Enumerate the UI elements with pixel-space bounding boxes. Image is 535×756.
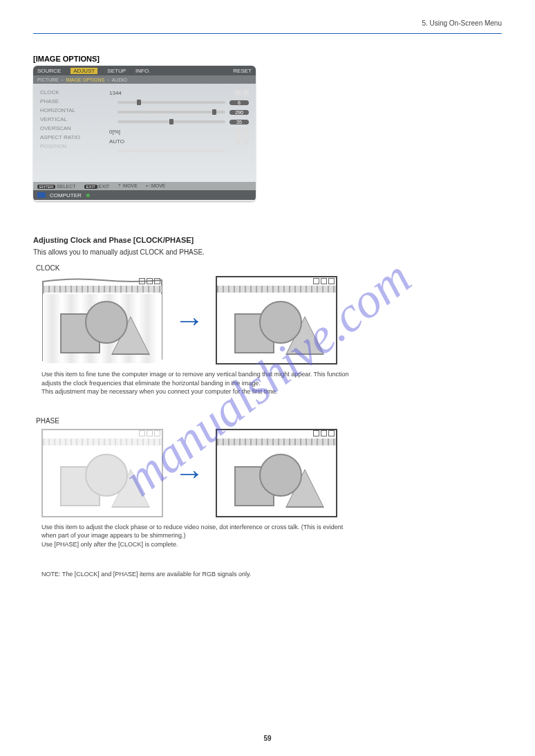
- label-horizontal: HORIZONTAL: [40, 107, 109, 113]
- slider-position: [118, 149, 225, 152]
- subtab-picture: PICTURE: [37, 77, 59, 82]
- move-horizontal: ⇠:MOVE: [146, 183, 166, 189]
- arrow-right-icon: →: [174, 458, 205, 488]
- clock-desc-1: Use this item to fine tune the computer …: [41, 370, 502, 379]
- arrow-right-icon: →: [174, 305, 205, 335]
- subtab-sep: •: [107, 77, 109, 82]
- stepper-right-icon: [243, 129, 249, 134]
- breadcrumb: 5. Using On-Screen Menu: [422, 19, 502, 27]
- clock-label: CLOCK: [36, 264, 502, 272]
- subtab-sep: •: [62, 77, 63, 82]
- value-clock: 1344: [109, 90, 130, 96]
- label-clock: CLOCK: [40, 89, 109, 95]
- exit-chip: EXIT: [84, 185, 97, 189]
- phase-before-figure: [41, 429, 163, 517]
- phase-label: PHASE: [36, 417, 502, 425]
- clock-after-figure: [216, 276, 337, 365]
- stepper-right-icon: [243, 90, 249, 95]
- clock-before-figure: [41, 276, 163, 365]
- stepper-left-icon: [235, 90, 241, 95]
- clock-phase-subtitle: This allows you to manually adjust CLOCK…: [33, 248, 502, 256]
- slider-vertical: [118, 120, 225, 123]
- tab-adjust: ADJUST: [71, 68, 97, 74]
- page-number: 59: [0, 735, 535, 742]
- label-phase: PHASE: [40, 98, 109, 104]
- clock-desc-3: This adjustment may be necessary when yo…: [41, 387, 502, 396]
- osd-screenshot: SOURCE ADJUST SETUP INFO. RESET PICTURE …: [33, 66, 256, 201]
- subtab-image-options: IMAGE OPTIONS: [66, 77, 104, 82]
- section-title: [IMAGE OPTIONS]: [33, 55, 502, 63]
- tab-source: SOURCE: [37, 68, 61, 74]
- divider: [33, 33, 502, 34]
- value-phase: 8: [229, 100, 249, 105]
- exit-label: :EXIT: [97, 184, 110, 189]
- clock-figure-row: →: [41, 276, 502, 365]
- phase-desc-2: when part of your image appears to be sh…: [41, 531, 502, 540]
- stepper-left-icon: [235, 138, 241, 144]
- stepper-right-icon: [243, 138, 249, 144]
- phase-after-figure: [216, 429, 337, 517]
- label-aspect-ratio: ASPECT RATIO: [40, 134, 109, 140]
- monitor-icon: [37, 192, 46, 198]
- label-vertical: VERTICAL: [40, 116, 109, 122]
- label-position: POSITION: [40, 143, 109, 149]
- note-clock-phase: NOTE: The [CLOCK] and [PHASE] items are …: [41, 570, 502, 579]
- phase-desc-3: Use [PHASE] only after the [CLOCK] is co…: [41, 540, 502, 549]
- subtab-audio: AUDIO: [112, 77, 127, 82]
- tab-reset: RESET: [233, 68, 252, 74]
- select-label: :SELECT: [55, 184, 75, 189]
- slider-horizontal: [118, 111, 225, 113]
- value-horizontal: 290: [229, 110, 249, 115]
- enter-chip: ENTER: [37, 185, 55, 189]
- stepper-left-icon: [235, 129, 241, 134]
- slider-phase: [118, 101, 225, 104]
- clock-phase-heading: Adjusting Clock and Phase [CLOCK/PHASE]: [33, 236, 502, 244]
- label-overscan: OVERSCAN: [40, 125, 109, 131]
- tab-setup: SETUP: [107, 68, 126, 74]
- clock-desc-2: adjusts the clock frequencies that elimi…: [41, 379, 502, 388]
- phase-figure-row: →: [41, 429, 502, 517]
- value-overscan: 0[%]: [109, 129, 130, 135]
- value-aspect-ratio: AUTO: [109, 138, 130, 145]
- move-vertical: ⇡:MOVE: [118, 183, 138, 189]
- phase-desc-1: Use this item to adjust the clock phase …: [41, 523, 502, 532]
- eco-icon: ❀: [86, 192, 91, 199]
- tab-info: INFO.: [135, 68, 150, 74]
- value-vertical: 35: [229, 120, 249, 125]
- computer-label: COMPUTER: [50, 192, 82, 199]
